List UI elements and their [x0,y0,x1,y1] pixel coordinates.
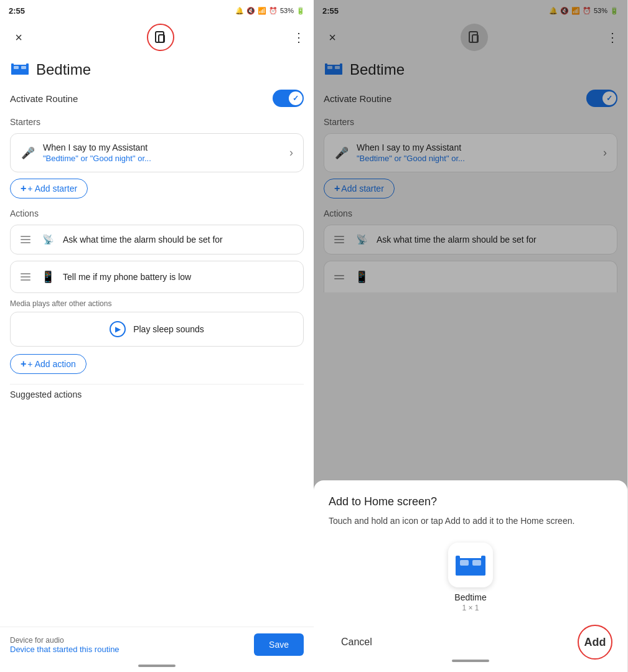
dialog-app-size: 1 × 1 [462,604,479,612]
add-to-home-dialog: Add to Home screen? Touch and hold an ic… [314,480,627,672]
phone-icon-left: 📱 [40,270,55,284]
toggle-thumb-left: ✓ [289,91,302,105]
action2-card-left[interactable]: 📱 Tell me if my phone battery is low [10,261,304,293]
dialog-title: Add to Home screen? [329,495,612,508]
dialog-add-button[interactable]: Add [578,625,612,660]
svg-rect-21 [481,556,485,576]
status-bar-left: 2:55 🔔 🔇 📶 ⏰ 53% 🔋 [0,0,314,20]
activate-label-left: Activate Routine [10,93,78,104]
add-starter-button-left[interactable]: + + Add starter [10,179,88,198]
play-icon-left: ▶ [110,321,126,337]
svg-rect-5 [21,66,26,69]
right-panel: 2:55 🔔 🔇 📶 ⏰ 53% 🔋 × ⋮ [314,0,627,672]
starters-label-left: Starters [10,117,304,127]
dialog-cancel-button[interactable]: Cancel [329,630,385,654]
page-title-row-left: Bedtime [10,60,304,80]
save-button-left[interactable]: Save [254,633,304,656]
page-title-left: Bedtime [36,61,91,78]
scroll-indicator-right [452,660,489,662]
bottom-bar-left: Device for audio Device that started thi… [0,627,314,665]
shortcut-icon-left [153,30,168,45]
actions-label-left: Actions [10,208,304,218]
scroll-indicator-left [138,665,176,667]
dialog-icon-area: Bedtime 1 × 1 [329,543,612,612]
svg-rect-7 [26,63,29,75]
starter-card-content-left: When I say to my Assistant "Bedtime" or … [43,142,282,163]
device-link-left[interactable]: Device that started this routine [10,645,120,654]
dialog-desc: Touch and hold an icon or tap Add to add… [329,515,612,528]
drag-handle-action1-left [21,236,33,243]
status-time-left: 2:55 [9,6,25,16]
media-label-left: Media plays after other actions [10,299,304,308]
dialog-app-icon [448,543,493,587]
add-action-button-left[interactable]: + + Add action [10,354,87,374]
content-left: Bedtime Activate Routine ✓ Starters 🎤 Wh… [0,55,314,627]
svg-rect-20 [456,556,460,576]
svg-rect-19 [472,560,481,566]
starter-card-subtitle-left: "Bedtime" or "Good night" or... [43,154,282,163]
shortcut-button-left[interactable] [147,24,174,51]
drag-handle-action2-left [21,273,33,281]
dialog-app-name: Bedtime [454,592,486,602]
media-title-left: Play sleep sounds [133,324,204,334]
action1-card-left[interactable]: 📡 Ask what time the alarm should be set … [10,225,304,254]
dialog-actions: Cancel Add [329,625,612,660]
close-button-left[interactable]: × [9,27,29,47]
svg-rect-4 [14,66,19,69]
more-button-left[interactable]: ⋮ [293,30,305,45]
svg-rect-0 [156,32,164,42]
starter-card-left[interactable]: 🎤 When I say to my Assistant "Bedtime" o… [10,133,304,172]
speaker-icon-left: 📡 [40,234,55,245]
starter-card-title-left: When I say to my Assistant [43,142,282,152]
activate-row-left: Activate Routine ✓ [10,90,304,107]
svg-rect-6 [11,63,14,75]
action1-content-left: Ask what time the alarm should be set fo… [63,235,293,245]
bed-icon-left [10,60,30,80]
status-icons-left: 🔔 🔇 📶 ⏰ 53% 🔋 [235,7,305,15]
action1-title-left: Ask what time the alarm should be set fo… [63,235,293,245]
device-label-left: Device for audio [10,636,120,645]
media-card-left[interactable]: ▶ Play sleep sounds [10,312,304,347]
svg-rect-18 [460,560,469,566]
left-panel: 2:55 🔔 🔇 📶 ⏰ 53% 🔋 × ⋮ [0,0,314,672]
activate-toggle-left[interactable]: ✓ [273,90,304,107]
top-bar-left: × ⋮ [0,20,314,55]
starter-card-arrow-left: › [289,146,293,159]
action2-title-left: Tell me if my phone battery is low [63,272,293,282]
mic-icon-left: 🎤 [21,146,35,160]
suggested-label-left: Suggested actions [10,384,304,402]
action2-content-left: Tell me if my phone battery is low [63,272,293,282]
